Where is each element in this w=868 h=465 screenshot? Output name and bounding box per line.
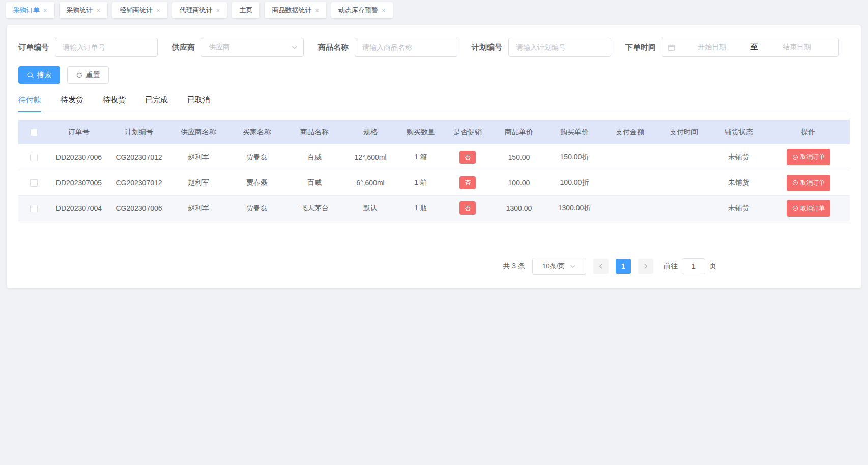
col-supplier-name: 供应商名称 (169, 120, 228, 144)
cell-plan-no: CG202307006 (109, 195, 169, 221)
search-button[interactable]: 搜索 (18, 66, 60, 84)
goto-prefix: 前往 (663, 261, 678, 271)
tag-stock-warning[interactable]: 动态库存预警 × (331, 2, 393, 18)
cell-plan-no: CG202307012 (109, 144, 169, 170)
order-no-input[interactable] (55, 38, 158, 57)
col-buyer-name: 买家名称 (228, 120, 286, 144)
table-row: DD202307004 CG202307006 赵利军 贾春磊 飞天茅台 默认 … (18, 195, 850, 221)
cell-pay-time (657, 170, 710, 195)
close-icon[interactable]: × (43, 7, 47, 14)
tab-pending-shipment[interactable]: 待发货 (61, 95, 83, 112)
tag-label: 经销商统计 (120, 6, 153, 15)
goto-page-input[interactable] (682, 258, 705, 274)
close-icon[interactable]: × (382, 7, 386, 14)
row-checkbox[interactable] (30, 205, 38, 212)
cancel-circle-icon (792, 180, 798, 186)
date-range-separator: 至 (749, 43, 760, 52)
cancel-circle-icon (792, 205, 798, 211)
tag-purchase-orders[interactable]: 采购订单 × (6, 2, 54, 18)
tag-label: 动态库存预警 (338, 6, 378, 15)
tab-pending-receipt[interactable]: 待收货 (103, 95, 126, 112)
search-actions: 搜索 重置 (18, 66, 850, 84)
cell-quantity: 1 箱 (398, 170, 444, 195)
supplier-select-placeholder: 供应商 (209, 43, 291, 52)
end-date-placeholder: 结束日期 (760, 43, 834, 52)
product-name-label: 商品名称 (318, 43, 349, 52)
cancel-order-button[interactable]: 取消订单 (787, 200, 830, 217)
tag-product-data-stats[interactable]: 商品数据统计 × (265, 2, 326, 18)
tab-cancelled[interactable]: 已取消 (187, 95, 210, 112)
row-checkbox[interactable] (30, 154, 38, 161)
col-quantity: 购买数量 (398, 120, 444, 144)
plan-no-input[interactable] (508, 38, 611, 57)
next-page-button[interactable] (638, 259, 653, 274)
cell-stock-status: 未铺货 (710, 170, 767, 195)
cancel-order-label: 取消订单 (800, 179, 825, 187)
tag-label: 商品数据统计 (272, 6, 311, 15)
cancel-order-button[interactable]: 取消订单 (787, 149, 830, 165)
cell-order-no: DD202307005 (49, 170, 109, 195)
col-product-name: 商品名称 (286, 120, 343, 144)
tag-dealer-stats[interactable]: 经销商统计 × (112, 2, 167, 18)
orders-table: 订单号 计划编号 供应商名称 买家名称 商品名称 规格 购买数量 是否促销 商品… (18, 120, 850, 221)
col-plan-no: 计划编号 (109, 120, 169, 144)
order-status-tabs: 待付款 待发货 待收货 已完成 已取消 (18, 95, 850, 112)
close-icon[interactable]: × (216, 7, 220, 14)
col-pay-amount: 支付金额 (602, 120, 657, 144)
tag-purchase-stats[interactable]: 采购统计 × (60, 2, 108, 18)
cancel-order-label: 取消订单 (800, 153, 825, 161)
plan-no-label: 计划编号 (472, 43, 502, 52)
cell-spec: 默认 (343, 195, 398, 221)
col-spec: 规格 (343, 120, 398, 144)
cell-buyer-name: 贾春磊 (228, 170, 286, 195)
cell-pay-amount (602, 195, 657, 221)
chevron-down-icon (291, 44, 298, 51)
cell-product-name: 百威 (286, 170, 343, 195)
cell-supplier-name: 赵利军 (169, 195, 228, 221)
cell-buyer-name: 贾春磊 (228, 144, 286, 170)
tag-home[interactable]: 主页 (232, 2, 259, 18)
cell-pay-time (657, 195, 710, 221)
refresh-icon (76, 72, 83, 79)
cell-buyer-name: 贾春磊 (228, 195, 286, 221)
close-icon[interactable]: × (97, 7, 101, 14)
prev-page-button[interactable] (593, 259, 609, 274)
supplier-select[interactable]: 供应商 (201, 38, 304, 57)
search-button-label: 搜索 (37, 71, 51, 80)
select-all-checkbox[interactable] (30, 129, 38, 136)
cell-stock-status: 未铺货 (710, 144, 767, 170)
page-number-button[interactable]: 1 (616, 259, 631, 274)
cell-order-no: DD202307006 (49, 144, 109, 170)
tag-label: 主页 (239, 6, 252, 15)
order-time-range-picker[interactable]: 开始日期 至 结束日期 (662, 38, 839, 57)
table-row: DD202307005 CG202307012 赵利军 贾春磊 百威 6°,60… (18, 170, 850, 195)
tag-label: 采购订单 (13, 6, 40, 15)
tab-completed[interactable]: 已完成 (145, 95, 168, 112)
cell-purchase-price: 150.00折 (546, 144, 602, 170)
tab-pending-payment[interactable]: 待付款 (18, 95, 41, 112)
tag-label: 采购统计 (67, 6, 93, 15)
goto-suffix: 页 (709, 261, 716, 271)
table-header-row: 订单号 计划编号 供应商名称 买家名称 商品名称 规格 购买数量 是否促销 商品… (18, 120, 850, 144)
cell-spec: 12°,600ml (343, 144, 398, 170)
orders-panel: 订单编号 供应商 供应商 商品名称 计划编号 下单时间 开始日期 至 结束日期 (7, 25, 861, 288)
tag-agent-stats[interactable]: 代理商统计 × (172, 2, 227, 18)
row-checkbox[interactable] (30, 179, 38, 187)
start-date-placeholder: 开始日期 (675, 43, 749, 52)
col-stock-status: 铺货状态 (710, 120, 767, 144)
close-icon[interactable]: × (315, 7, 319, 14)
cell-supplier-name: 赵利军 (169, 170, 228, 195)
col-promo: 是否促销 (444, 120, 491, 144)
cell-quantity: 1 箱 (398, 144, 444, 170)
page-size-select[interactable]: 10条/页 (532, 258, 586, 275)
chevron-left-icon (598, 263, 604, 269)
cell-supplier-name: 赵利军 (169, 144, 228, 170)
close-icon[interactable]: × (156, 7, 160, 14)
pagination-jumper: 前往 页 (663, 258, 716, 274)
cell-purchase-price: 1300.00折 (546, 195, 602, 221)
cell-pay-time (657, 144, 710, 170)
reset-button[interactable]: 重置 (67, 66, 109, 84)
cell-product-name: 飞天茅台 (286, 195, 343, 221)
cancel-order-button[interactable]: 取消订单 (787, 175, 830, 191)
product-name-input[interactable] (355, 38, 457, 57)
